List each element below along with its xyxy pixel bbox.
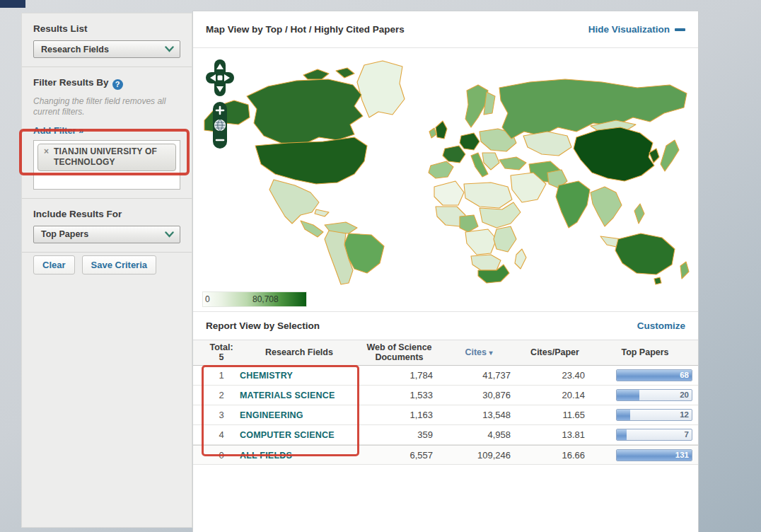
map-visualization: 0 80,708 [193, 48, 698, 312]
main-panel: Map View by Top / Hot / Highly Cited Pap… [192, 11, 699, 532]
top-papers-bar: 7 [616, 429, 692, 441]
minus-icon [675, 28, 685, 31]
include-results-selected-value: Top Papers [41, 229, 88, 239]
results-list-selected-value: Research Fields [41, 45, 109, 54]
top-papers-value: 131 [675, 451, 689, 459]
row-rank: 4 [203, 429, 240, 440]
row-cites: 109,246 [440, 450, 518, 461]
hide-visualization-link[interactable]: Hide Visualization [588, 24, 685, 35]
row-rank: 3 [203, 410, 240, 420]
filter-tag[interactable]: × TIANJIN UNIVERSITY OF TECHNOLOGY [37, 144, 176, 171]
report-view-title: Report View by Selection [206, 320, 320, 331]
report-table: Total: 5 Research Fields Web of Science … [193, 340, 698, 465]
cites-label: Cites [465, 347, 487, 357]
save-criteria-button[interactable]: Save Criteria [82, 255, 157, 274]
report-view-header: Report View by Selection Customize [193, 312, 698, 340]
table-row: 0 ALL FIELDS 6,557 109,246 16.66 131 [193, 445, 698, 466]
chevron-down-icon [165, 231, 174, 238]
filter-section: Filter Results By? Changing the filter f… [22, 67, 192, 198]
include-results-dropdown[interactable]: Top Papers [33, 226, 180, 243]
top-papers-bar-fill [617, 429, 627, 440]
help-icon[interactable]: ? [112, 79, 123, 90]
map-controls [204, 58, 236, 151]
filter-note: Changing the filter field removes all cu… [33, 96, 180, 118]
sort-descending-icon: ▾ [489, 349, 493, 357]
map-color-scale: 0 80,708 [202, 291, 307, 307]
column-top-papers: Top Papers [592, 347, 698, 357]
table-row: 2 MATERIALS SCIENCE 1,533 30,876 20.14 2… [193, 386, 698, 405]
table-row: 1 CHEMISTRY 1,784 41,737 23.40 68 [193, 366, 698, 386]
results-list-section: Results List Research Fields [22, 13, 192, 66]
research-field-link[interactable]: MATERIALS SCIENCE [240, 391, 335, 402]
top-papers-bar: 20 [616, 389, 692, 401]
top-papers-value: 20 [680, 391, 689, 399]
total-value: 5 [219, 352, 224, 362]
window-corner-decoration [0, 0, 25, 8]
chevron-down-icon [165, 46, 174, 52]
results-list-dropdown[interactable]: Research Fields [33, 40, 180, 58]
top-papers-bar-fill [617, 410, 630, 420]
world-map[interactable] [197, 55, 692, 285]
clear-button[interactable]: Clear [33, 255, 75, 274]
filter-section-title: Filter Results By? [33, 77, 180, 90]
column-cites-sort[interactable]: Cites ▾ [440, 347, 518, 357]
row-docs: 1,784 [359, 370, 440, 381]
filter-title-text: Filter Results By [33, 77, 109, 88]
row-docs: 1,533 [359, 390, 440, 400]
research-field-link[interactable]: ALL FIELDS [240, 451, 292, 462]
row-docs: 359 [359, 429, 440, 440]
hide-visualization-label: Hide Visualization [588, 24, 670, 35]
globe-icon[interactable] [215, 120, 226, 131]
map-zoom-control[interactable] [213, 102, 227, 149]
row-cites-per-paper: 23.40 [518, 370, 592, 381]
map-view-header: Map View by Top / Hot / Highly Cited Pap… [193, 11, 698, 48]
map-view-title: Map View by Top / Hot / Highly Cited Pap… [206, 24, 405, 35]
row-docs: 6,557 [359, 450, 440, 461]
row-rank: 1 [203, 370, 240, 381]
include-results-title: Include Results For [33, 209, 180, 219]
top-papers-value: 7 [685, 430, 689, 439]
map-pan-control[interactable] [206, 59, 234, 96]
customize-link[interactable]: Customize [637, 320, 685, 331]
remove-filter-icon[interactable]: × [44, 146, 49, 158]
table-body: 1 CHEMISTRY 1,784 41,737 23.40 68 2 MA [193, 366, 698, 466]
column-research-fields: Research Fields [240, 347, 359, 357]
top-papers-bar: 12 [616, 409, 692, 421]
include-results-section: Include Results For Top Papers [22, 199, 192, 252]
total-label: Total: [209, 342, 233, 352]
sidebar-actions: Clear Save Criteria [22, 253, 192, 283]
row-cites: 4,958 [440, 429, 518, 440]
column-total: Total: 5 [203, 342, 240, 363]
row-cites: 13,548 [440, 410, 518, 420]
top-papers-bar: 131 [616, 449, 692, 461]
scale-min-label: 0 [205, 294, 210, 304]
research-field-link[interactable]: COMPUTER SCIENCE [240, 430, 335, 441]
table-row: 4 COMPUTER SCIENCE 359 4,958 13.81 7 [193, 425, 698, 445]
row-cites-per-paper: 20.14 [518, 390, 592, 400]
add-filter-link[interactable]: Add Filter » [33, 125, 84, 136]
top-papers-value: 12 [680, 410, 689, 419]
research-field-link[interactable]: ENGINEERING [240, 410, 303, 422]
row-cites: 41,737 [440, 370, 518, 381]
sidebar: Results List Research Fields Filter Resu… [21, 13, 192, 528]
table-row: 3 ENGINEERING 1,163 13,548 11.65 12 [193, 405, 698, 425]
column-wos-documents: Web of Science Documents [359, 342, 440, 363]
top-papers-bar-fill [617, 390, 639, 400]
row-cites-per-paper: 11.65 [518, 410, 592, 420]
row-cites-per-paper: 16.66 [518, 450, 592, 461]
scale-max-label: 80,708 [252, 294, 279, 304]
filter-tag-label: TIANJIN UNIVERSITY OF TECHNOLOGY [54, 146, 170, 168]
column-cites-paper: Cites/Paper [518, 347, 592, 357]
row-cites: 30,876 [440, 390, 518, 400]
table-header-row: Total: 5 Research Fields Web of Science … [193, 340, 698, 366]
results-list-title: Results List [33, 23, 180, 34]
top-papers-bar: 68 [616, 369, 692, 381]
row-cites-per-paper: 13.81 [518, 429, 592, 440]
filter-list-box: × TIANJIN UNIVERSITY OF TECHNOLOGY [33, 140, 180, 190]
top-papers-value: 68 [680, 371, 689, 379]
row-docs: 1,163 [359, 410, 440, 420]
row-rank: 0 [203, 450, 240, 461]
research-field-link[interactable]: CHEMISTRY [240, 371, 293, 382]
row-rank: 2 [203, 390, 240, 400]
